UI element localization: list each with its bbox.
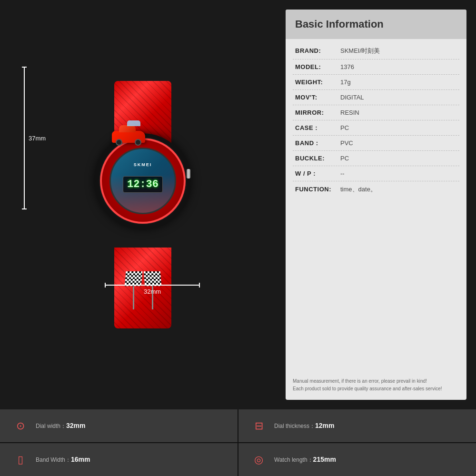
info-key-1: MODEL: bbox=[295, 63, 340, 70]
spec-icon-3: ◎ bbox=[250, 454, 267, 466]
info-row: CASE :PC bbox=[293, 120, 459, 136]
info-key-7: BUCKLE: bbox=[295, 155, 340, 162]
spec-value-2: 16mm bbox=[71, 456, 90, 463]
info-row: BRAND:SKMEI/时刻美 bbox=[293, 43, 459, 60]
info-val-9: time、date。 bbox=[340, 185, 377, 194]
lcd-display: 12:36 bbox=[123, 176, 163, 193]
car-wheel-right bbox=[135, 139, 141, 146]
pole-left bbox=[133, 286, 134, 309]
info-body: BRAND:SKMEI/时刻美MODEL:1376WEIGHT:17gMOV'T… bbox=[286, 39, 466, 373]
flags-area bbox=[117, 271, 169, 309]
info-row: MODEL:1376 bbox=[293, 60, 459, 75]
spec-label-0: Dial width： bbox=[36, 423, 66, 429]
spec-icon-2: ▯ bbox=[12, 454, 29, 466]
info-title: Basic Information bbox=[295, 18, 457, 30]
spec-cell-0: ⊙Dial width：32mm bbox=[0, 409, 238, 442]
info-val-5: PC bbox=[340, 124, 349, 131]
brand-label: SKMEI bbox=[134, 162, 152, 167]
watch-area: 37mm SKMEI bbox=[10, 10, 276, 400]
info-row: WEIGHT:17g bbox=[293, 75, 459, 90]
watch-bezel: SKMEI 12:36 bbox=[100, 138, 186, 224]
spec-value-3: 215mm bbox=[313, 456, 336, 463]
flag-checkers-right bbox=[143, 271, 161, 286]
info-key-8: W / P : bbox=[295, 170, 340, 177]
strap-bottom bbox=[114, 248, 171, 328]
info-val-3: DIGITAL bbox=[340, 94, 364, 101]
measure-width: 32mm bbox=[105, 285, 200, 286]
spec-text-3: Watch length：215mm bbox=[274, 456, 336, 464]
measure-line-h: 32mm bbox=[105, 285, 200, 286]
spec-text-0: Dial width：32mm bbox=[36, 422, 86, 430]
info-key-0: BRAND: bbox=[295, 47, 340, 54]
info-val-0: SKMEI/时刻美 bbox=[340, 47, 380, 55]
info-row: W / P :-- bbox=[293, 166, 459, 181]
info-val-4: RESIN bbox=[340, 109, 359, 116]
info-key-9: FUNCTION: bbox=[295, 186, 340, 193]
info-key-4: MIRROR: bbox=[295, 109, 340, 116]
info-val-7: PC bbox=[340, 155, 349, 162]
spec-cell-2: ▯Band Width：16mm bbox=[0, 443, 238, 476]
car-wheel-left bbox=[116, 139, 122, 146]
info-header: Basic Information bbox=[286, 10, 466, 39]
car-body bbox=[112, 131, 145, 143]
info-row: MOV'T:DIGITAL bbox=[293, 90, 459, 105]
info-val-8: -- bbox=[340, 170, 345, 177]
info-row: BUCKLE:PC bbox=[293, 151, 459, 166]
info-key-6: BAND : bbox=[295, 139, 340, 147]
spec-text-2: Band Width：16mm bbox=[36, 456, 90, 464]
width-label: 32mm bbox=[144, 288, 161, 295]
spec-label-1: Dial thickness： bbox=[274, 423, 315, 429]
info-val-2: 17g bbox=[340, 79, 351, 86]
flag-checkers-left bbox=[124, 271, 142, 286]
spec-cell-3: ◎Watch length：215mm bbox=[238, 443, 476, 476]
spec-icon-1: ⊟ bbox=[250, 420, 267, 432]
info-key-5: CASE : bbox=[295, 124, 340, 131]
info-row: FUNCTION:time、date。 bbox=[293, 181, 459, 198]
watch-dial: SKMEI 12:36 bbox=[109, 148, 176, 214]
car-ornament bbox=[112, 131, 145, 148]
spec-label-3: Watch length： bbox=[274, 456, 313, 463]
flag-left bbox=[125, 271, 142, 309]
footer-line1: Manual measurement, if there is an error… bbox=[293, 377, 459, 385]
info-key-2: WEIGHT: bbox=[295, 79, 340, 86]
info-val-1: 1376 bbox=[340, 63, 354, 70]
info-footer: Manual measurement, if there is an error… bbox=[286, 373, 466, 400]
spec-value-1: 12mm bbox=[315, 422, 334, 429]
info-row: MIRROR:RESIN bbox=[293, 105, 459, 120]
spec-icon-0: ⊙ bbox=[12, 420, 29, 432]
footer-line2: Each product sold to provide quality ass… bbox=[293, 385, 459, 393]
watch-container: SKMEI 12:36 bbox=[67, 81, 219, 328]
car-top bbox=[119, 125, 136, 132]
spec-value-0: 32mm bbox=[66, 422, 85, 429]
info-val-6: PVC bbox=[340, 139, 353, 147]
info-row: BAND :PVC bbox=[293, 136, 459, 151]
measure-height: 37mm bbox=[24, 67, 25, 209]
watch-case: SKMEI 12:36 bbox=[95, 133, 190, 228]
lcd-time: 12:36 bbox=[127, 178, 159, 190]
height-label: 37mm bbox=[29, 135, 46, 142]
spec-text-1: Dial thickness：12mm bbox=[274, 422, 335, 430]
car-window bbox=[127, 120, 140, 126]
specs-area: ⊙Dial width：32mm⊟Dial thickness：12mm▯Ban… bbox=[0, 409, 476, 476]
spec-label-2: Band Width： bbox=[36, 456, 71, 463]
info-key-3: MOV'T: bbox=[295, 94, 340, 101]
spec-cell-1: ⊟Dial thickness：12mm bbox=[238, 409, 476, 442]
info-panel: Basic Information BRAND:SKMEI/时刻美MODEL:1… bbox=[286, 10, 466, 400]
crown-button bbox=[187, 169, 190, 178]
